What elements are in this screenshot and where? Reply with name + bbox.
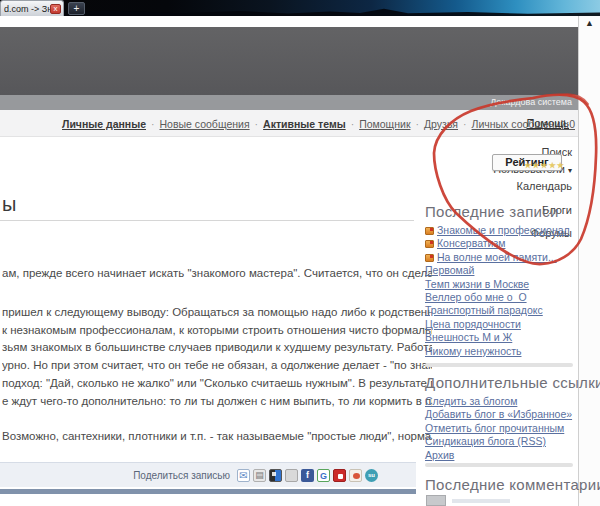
- site-header-banner: [0, 27, 578, 95]
- post-line: е ждут чего-то дополнительно: то ли ты д…: [2, 393, 432, 411]
- list-item: Первомай: [425, 264, 570, 277]
- list-item: Добавить блог в «Избранное»: [425, 408, 572, 421]
- recent-post-link[interactable]: Знакомые и профессионал: [437, 224, 570, 236]
- email-share-icon[interactable]: ✉: [237, 469, 250, 482]
- recent-posts-list: Знакомые и профессионал Консерватизм На …: [425, 224, 570, 358]
- reddit-share-icon[interactable]: [349, 469, 362, 482]
- sidebar-divider: [425, 363, 573, 367]
- google-share-icon[interactable]: G: [317, 469, 330, 482]
- add-favorites-link[interactable]: Добавить блог в «Избранное»: [425, 408, 572, 420]
- nav-separator: ·: [255, 118, 259, 130]
- nav-separator: ·: [351, 118, 355, 130]
- page-content: Декардова система Личные данные · Новые …: [0, 16, 578, 506]
- archive-link[interactable]: Архив: [425, 449, 454, 461]
- recent-post-link[interactable]: Консерватизм: [437, 237, 505, 249]
- new-post-icon: [425, 240, 434, 248]
- post-paragraph: Возможно, сантехники, плотники и т.п. - …: [2, 428, 432, 446]
- recent-post-link[interactable]: Внешность М и Ж: [425, 331, 512, 343]
- system-name-strip: Декардова система: [0, 95, 578, 110]
- list-item: На волне моей памяти...: [425, 251, 570, 264]
- nav-active-topics[interactable]: Активные темы: [263, 118, 346, 130]
- post-line: зьям знакомых в большинстве случаев прив…: [2, 339, 432, 357]
- rss-link[interactable]: Синдикация блога (RSS): [425, 435, 546, 447]
- share-label: Поделиться записью: [133, 470, 230, 481]
- post-line: пришел к следующему выводу: Обращаться з…: [2, 304, 432, 322]
- wallpaper-mountains: [0, 7, 600, 16]
- list-item: Внешность М и Ж: [425, 331, 570, 344]
- screenshot-stage: d.com -> Зна... x + ▲ Декардова система …: [0, 0, 600, 506]
- menu-help[interactable]: Помощь: [527, 117, 570, 129]
- browser-tab-strip: d.com -> Зна... x +: [0, 0, 600, 16]
- list-item: Никому ненужность: [425, 345, 570, 358]
- chevron-down-icon: ▾: [568, 166, 572, 175]
- share-bar: Поделиться записью ✉ ▤ f G su: [0, 462, 416, 487]
- delicious-share-icon[interactable]: [269, 469, 282, 482]
- list-item: Цена порядочности: [425, 318, 570, 331]
- additional-links-list: Следить за блогом Добавить блог в «Избра…: [425, 395, 572, 462]
- post-line: урно. Но при этом считает, что он тебе н…: [2, 357, 432, 375]
- scroll-up-icon[interactable]: ▲: [585, 18, 594, 28]
- nav-new-messages[interactable]: Новые сообщения: [160, 118, 250, 130]
- recent-post-link[interactable]: Цена порядочности: [425, 318, 521, 330]
- list-item: Синдикация блога (RSS): [425, 435, 572, 448]
- nav-assistant[interactable]: Помощник: [359, 118, 410, 130]
- mymir-share-icon[interactable]: [333, 469, 346, 482]
- title-divider: [0, 220, 414, 221]
- recent-posts-title: Последние записи: [425, 203, 559, 220]
- rating-stars-icon: ★★★★★: [524, 158, 565, 173]
- list-item: Следить за блогом: [425, 395, 572, 408]
- recent-post-link[interactable]: На волне моей памяти...: [437, 251, 557, 263]
- nav-separator: ·: [463, 118, 467, 130]
- comment-text-stub: [452, 499, 510, 503]
- post-line: подход: "Дай, сколько не жалко" или "Ско…: [2, 375, 432, 393]
- recent-post-link[interactable]: Первомай: [425, 264, 474, 276]
- list-item: Отметить блог прочитанным: [425, 422, 572, 435]
- list-item: Консерватизм: [425, 237, 570, 250]
- list-item: Транспортный парадокс: [425, 304, 570, 317]
- mark-read-link[interactable]: Отметить блог прочитанным: [425, 422, 564, 434]
- nav-personal-data[interactable]: Личные данные: [62, 118, 146, 130]
- nav-band: Личные данные · Новые сообщения · Активн…: [0, 110, 578, 137]
- new-tab-button[interactable]: +: [68, 2, 85, 15]
- bookmark-share-icon[interactable]: [285, 469, 298, 482]
- new-post-icon: [425, 254, 434, 262]
- list-item: Темп жизни в Москве: [425, 278, 570, 291]
- additional-links-title: Дополнительные ссылки: [425, 374, 600, 391]
- recent-post-link[interactable]: Темп жизни в Москве: [425, 278, 529, 290]
- recent-post-link[interactable]: Никому ненужность: [425, 345, 522, 357]
- post-bottom-divider: [0, 489, 416, 494]
- menu-calendar[interactable]: Календарь: [516, 180, 572, 192]
- rating-button[interactable]: Рейтинг ★★★★★: [492, 154, 562, 171]
- new-post-icon: [425, 227, 434, 235]
- facebook-share-icon[interactable]: f: [301, 469, 314, 482]
- print-icon[interactable]: ▤: [253, 469, 266, 482]
- nav-separator: ·: [415, 118, 419, 130]
- browser-tab[interactable]: d.com -> Зна... x: [0, 0, 64, 16]
- stumbleupon-share-icon[interactable]: su: [365, 469, 378, 482]
- post-paragraph: ам, прежде всего начинает искать "знаком…: [2, 265, 432, 283]
- post-paragraph: пришел к следующему выводу: Обращаться з…: [2, 304, 432, 410]
- tab-title: d.com -> Зна...: [4, 4, 50, 14]
- list-item: Веллер обо мне о_О: [425, 291, 570, 304]
- list-item: Архив: [425, 449, 572, 462]
- sidebar-divider: [425, 463, 573, 467]
- list-item: Знакомые и профессионал: [425, 224, 570, 237]
- recent-post-link[interactable]: Веллер обо мне о_О: [425, 291, 527, 303]
- recent-comments-title: Последние комментарии: [425, 476, 600, 493]
- nav-separator: ·: [151, 118, 155, 130]
- tab-close-icon[interactable]: x: [50, 4, 61, 14]
- recent-post-link[interactable]: Транспортный парадокс: [425, 304, 543, 316]
- nav-friends[interactable]: Друзья: [424, 118, 458, 130]
- nav-links: Личные данные · Новые сообщения · Активн…: [62, 110, 575, 137]
- follow-blog-link[interactable]: Следить за блогом: [425, 395, 517, 407]
- post-title-clipped: ы: [2, 193, 16, 216]
- avatar: [426, 495, 446, 506]
- browser-scrollbar[interactable]: ▲: [578, 16, 600, 506]
- share-row: Поделиться записью ✉ ▤ f G su: [133, 463, 378, 488]
- post-line: к незнакомым профессионалам, к которыми …: [2, 322, 432, 340]
